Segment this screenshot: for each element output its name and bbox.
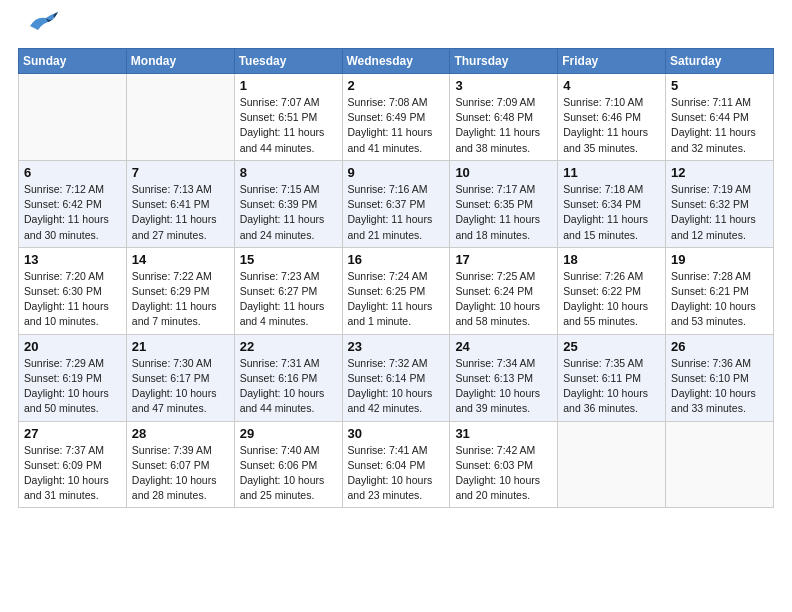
day-number: 15 (240, 252, 337, 267)
day-number: 10 (455, 165, 552, 180)
calendar-cell: 27Sunrise: 7:37 AM Sunset: 6:09 PM Dayli… (19, 421, 127, 508)
calendar-cell: 7Sunrise: 7:13 AM Sunset: 6:41 PM Daylig… (126, 160, 234, 247)
calendar-cell: 29Sunrise: 7:40 AM Sunset: 6:06 PM Dayli… (234, 421, 342, 508)
day-info: Sunrise: 7:25 AM Sunset: 6:24 PM Dayligh… (455, 269, 552, 330)
calendar-cell (126, 74, 234, 161)
calendar-header: SundayMondayTuesdayWednesdayThursdayFrid… (19, 49, 774, 74)
calendar-cell: 8Sunrise: 7:15 AM Sunset: 6:39 PM Daylig… (234, 160, 342, 247)
day-number: 16 (348, 252, 445, 267)
day-number: 9 (348, 165, 445, 180)
calendar-cell: 31Sunrise: 7:42 AM Sunset: 6:03 PM Dayli… (450, 421, 558, 508)
day-number: 4 (563, 78, 660, 93)
weekday-header: Friday (558, 49, 666, 74)
calendar-cell: 11Sunrise: 7:18 AM Sunset: 6:34 PM Dayli… (558, 160, 666, 247)
day-info: Sunrise: 7:39 AM Sunset: 6:07 PM Dayligh… (132, 443, 229, 504)
day-number: 5 (671, 78, 768, 93)
day-number: 25 (563, 339, 660, 354)
day-number: 11 (563, 165, 660, 180)
day-number: 30 (348, 426, 445, 441)
calendar-cell: 16Sunrise: 7:24 AM Sunset: 6:25 PM Dayli… (342, 247, 450, 334)
day-info: Sunrise: 7:35 AM Sunset: 6:11 PM Dayligh… (563, 356, 660, 417)
logo (18, 18, 58, 36)
calendar-cell: 26Sunrise: 7:36 AM Sunset: 6:10 PM Dayli… (666, 334, 774, 421)
day-info: Sunrise: 7:19 AM Sunset: 6:32 PM Dayligh… (671, 182, 768, 243)
day-info: Sunrise: 7:08 AM Sunset: 6:49 PM Dayligh… (348, 95, 445, 156)
day-number: 31 (455, 426, 552, 441)
calendar-cell: 25Sunrise: 7:35 AM Sunset: 6:11 PM Dayli… (558, 334, 666, 421)
day-number: 8 (240, 165, 337, 180)
calendar-cell: 2Sunrise: 7:08 AM Sunset: 6:49 PM Daylig… (342, 74, 450, 161)
day-info: Sunrise: 7:26 AM Sunset: 6:22 PM Dayligh… (563, 269, 660, 330)
weekday-header: Tuesday (234, 49, 342, 74)
day-info: Sunrise: 7:11 AM Sunset: 6:44 PM Dayligh… (671, 95, 768, 156)
calendar-cell: 18Sunrise: 7:26 AM Sunset: 6:22 PM Dayli… (558, 247, 666, 334)
header (18, 18, 774, 36)
day-number: 19 (671, 252, 768, 267)
day-info: Sunrise: 7:07 AM Sunset: 6:51 PM Dayligh… (240, 95, 337, 156)
calendar-week-row: 20Sunrise: 7:29 AM Sunset: 6:19 PM Dayli… (19, 334, 774, 421)
calendar-cell: 6Sunrise: 7:12 AM Sunset: 6:42 PM Daylig… (19, 160, 127, 247)
day-number: 23 (348, 339, 445, 354)
day-info: Sunrise: 7:10 AM Sunset: 6:46 PM Dayligh… (563, 95, 660, 156)
day-info: Sunrise: 7:09 AM Sunset: 6:48 PM Dayligh… (455, 95, 552, 156)
calendar-cell: 14Sunrise: 7:22 AM Sunset: 6:29 PM Dayli… (126, 247, 234, 334)
day-info: Sunrise: 7:18 AM Sunset: 6:34 PM Dayligh… (563, 182, 660, 243)
day-info: Sunrise: 7:41 AM Sunset: 6:04 PM Dayligh… (348, 443, 445, 504)
day-number: 20 (24, 339, 121, 354)
day-info: Sunrise: 7:34 AM Sunset: 6:13 PM Dayligh… (455, 356, 552, 417)
calendar-cell: 22Sunrise: 7:31 AM Sunset: 6:16 PM Dayli… (234, 334, 342, 421)
calendar-cell: 1Sunrise: 7:07 AM Sunset: 6:51 PM Daylig… (234, 74, 342, 161)
logo-bird-icon (24, 8, 58, 36)
calendar-week-row: 27Sunrise: 7:37 AM Sunset: 6:09 PM Dayli… (19, 421, 774, 508)
weekday-header: Wednesday (342, 49, 450, 74)
day-number: 14 (132, 252, 229, 267)
day-number: 12 (671, 165, 768, 180)
calendar-cell: 15Sunrise: 7:23 AM Sunset: 6:27 PM Dayli… (234, 247, 342, 334)
calendar-cell: 4Sunrise: 7:10 AM Sunset: 6:46 PM Daylig… (558, 74, 666, 161)
day-info: Sunrise: 7:28 AM Sunset: 6:21 PM Dayligh… (671, 269, 768, 330)
day-number: 18 (563, 252, 660, 267)
day-info: Sunrise: 7:15 AM Sunset: 6:39 PM Dayligh… (240, 182, 337, 243)
day-info: Sunrise: 7:30 AM Sunset: 6:17 PM Dayligh… (132, 356, 229, 417)
weekday-row: SundayMondayTuesdayWednesdayThursdayFrid… (19, 49, 774, 74)
calendar-cell: 3Sunrise: 7:09 AM Sunset: 6:48 PM Daylig… (450, 74, 558, 161)
calendar-cell: 20Sunrise: 7:29 AM Sunset: 6:19 PM Dayli… (19, 334, 127, 421)
calendar-cell: 24Sunrise: 7:34 AM Sunset: 6:13 PM Dayli… (450, 334, 558, 421)
calendar-cell: 10Sunrise: 7:17 AM Sunset: 6:35 PM Dayli… (450, 160, 558, 247)
day-number: 27 (24, 426, 121, 441)
day-number: 22 (240, 339, 337, 354)
day-number: 17 (455, 252, 552, 267)
calendar-cell: 17Sunrise: 7:25 AM Sunset: 6:24 PM Dayli… (450, 247, 558, 334)
day-info: Sunrise: 7:40 AM Sunset: 6:06 PM Dayligh… (240, 443, 337, 504)
day-number: 26 (671, 339, 768, 354)
day-number: 7 (132, 165, 229, 180)
calendar-cell: 13Sunrise: 7:20 AM Sunset: 6:30 PM Dayli… (19, 247, 127, 334)
day-info: Sunrise: 7:23 AM Sunset: 6:27 PM Dayligh… (240, 269, 337, 330)
calendar-cell (666, 421, 774, 508)
day-info: Sunrise: 7:42 AM Sunset: 6:03 PM Dayligh… (455, 443, 552, 504)
day-info: Sunrise: 7:22 AM Sunset: 6:29 PM Dayligh… (132, 269, 229, 330)
page: SundayMondayTuesdayWednesdayThursdayFrid… (0, 0, 792, 518)
weekday-header: Saturday (666, 49, 774, 74)
weekday-header: Thursday (450, 49, 558, 74)
calendar-cell (558, 421, 666, 508)
calendar-cell: 30Sunrise: 7:41 AM Sunset: 6:04 PM Dayli… (342, 421, 450, 508)
calendar-week-row: 13Sunrise: 7:20 AM Sunset: 6:30 PM Dayli… (19, 247, 774, 334)
day-info: Sunrise: 7:29 AM Sunset: 6:19 PM Dayligh… (24, 356, 121, 417)
calendar-cell: 12Sunrise: 7:19 AM Sunset: 6:32 PM Dayli… (666, 160, 774, 247)
calendar-body: 1Sunrise: 7:07 AM Sunset: 6:51 PM Daylig… (19, 74, 774, 508)
day-number: 1 (240, 78, 337, 93)
calendar-cell: 5Sunrise: 7:11 AM Sunset: 6:44 PM Daylig… (666, 74, 774, 161)
day-number: 28 (132, 426, 229, 441)
day-number: 24 (455, 339, 552, 354)
day-number: 3 (455, 78, 552, 93)
day-number: 13 (24, 252, 121, 267)
day-info: Sunrise: 7:20 AM Sunset: 6:30 PM Dayligh… (24, 269, 121, 330)
day-info: Sunrise: 7:32 AM Sunset: 6:14 PM Dayligh… (348, 356, 445, 417)
day-info: Sunrise: 7:16 AM Sunset: 6:37 PM Dayligh… (348, 182, 445, 243)
calendar-cell: 9Sunrise: 7:16 AM Sunset: 6:37 PM Daylig… (342, 160, 450, 247)
calendar-week-row: 6Sunrise: 7:12 AM Sunset: 6:42 PM Daylig… (19, 160, 774, 247)
calendar-week-row: 1Sunrise: 7:07 AM Sunset: 6:51 PM Daylig… (19, 74, 774, 161)
day-info: Sunrise: 7:13 AM Sunset: 6:41 PM Dayligh… (132, 182, 229, 243)
weekday-header: Sunday (19, 49, 127, 74)
